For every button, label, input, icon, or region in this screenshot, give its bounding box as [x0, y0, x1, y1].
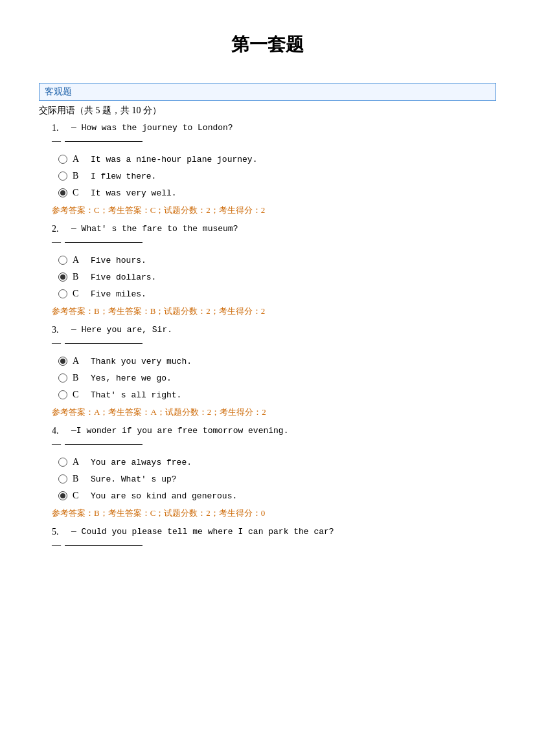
option-label-2-A: A [73, 255, 85, 265]
answer-blank-3[interactable] [65, 343, 142, 344]
answer-line-1: 参考答案：C；考生答案：C；试题分数：2；考生得分：2 [39, 205, 496, 216]
dash-line-5: — [39, 540, 496, 550]
question-number-1: 1. [52, 123, 71, 133]
radio-3-A[interactable] [58, 357, 67, 366]
dash-char-5: — [52, 540, 61, 550]
question-line-4: 4.—I wonder if you are free tomorrow eve… [39, 426, 496, 436]
dash-line-4: — [39, 439, 496, 449]
answer-line-4: 参考答案：B；考生答案：C；试题分数：2；考生得分：0 [39, 507, 496, 519]
question-block-5: 5.— Could you please tell me where I can… [39, 527, 496, 550]
question-number-3: 3. [52, 325, 71, 335]
question-block-2: 2.— What' s the fare to the museum?—AFiv… [39, 224, 496, 317]
option-label-4-C: C [73, 491, 85, 501]
option-row-4-C[interactable]: CYou are so kind and generous. [39, 488, 496, 504]
option-label-3-A: A [73, 356, 85, 366]
option-label-3-C: C [73, 390, 85, 400]
dash-char-1: — [52, 136, 61, 146]
option-label-3-B: B [73, 373, 85, 383]
dash-char-3: — [52, 338, 61, 348]
option-row-1-A[interactable]: AIt was a nine-hour plane journey. [39, 151, 496, 167]
option-text-2-A: Five hours. [91, 256, 146, 265]
option-label-1-A: A [73, 154, 85, 164]
radio-4-C[interactable] [58, 491, 67, 500]
radio-1-B[interactable] [58, 172, 67, 181]
option-text-3-B: Yes, here we go. [91, 373, 172, 383]
question-block-1: 1.— How was the journey to London?—AIt w… [39, 123, 496, 216]
option-label-4-A: A [73, 457, 85, 467]
question-line-3: 3.— Here you are, Sir. [39, 325, 496, 335]
section-subtitle: 交际用语（共 5 题，共 10 分） [39, 105, 496, 117]
option-row-3-B[interactable]: BYes, here we go. [39, 370, 496, 386]
questions-container: 1.— How was the journey to London?—AIt w… [39, 123, 496, 550]
option-text-1-A: It was a nine-hour plane journey. [91, 155, 257, 164]
option-row-1-C[interactable]: CIt was very well. [39, 185, 496, 201]
section-header: 客观题 [39, 83, 496, 101]
option-label-2-B: B [73, 272, 85, 282]
dash-char-2: — [52, 237, 61, 247]
question-number-4: 4. [52, 426, 71, 436]
question-line-5: 5.— Could you please tell me where I can… [39, 527, 496, 537]
radio-1-A[interactable] [58, 155, 67, 164]
question-text-4: —I wonder if you are free tomorrow eveni… [71, 426, 496, 436]
question-number-5: 5. [52, 527, 71, 537]
radio-1-C[interactable] [58, 188, 67, 197]
option-text-1-B: I flew there. [91, 172, 156, 181]
option-text-3-C: That' s all right. [91, 390, 181, 400]
option-label-4-B: B [73, 474, 85, 484]
question-text-5: — Could you please tell me where I can p… [71, 527, 496, 537]
option-row-3-C[interactable]: CThat' s all right. [39, 387, 496, 403]
question-number-2: 2. [52, 224, 71, 234]
option-row-4-A[interactable]: AYou are always free. [39, 454, 496, 470]
answer-blank-2[interactable] [65, 242, 142, 243]
question-text-3: — Here you are, Sir. [71, 325, 496, 335]
radio-3-B[interactable] [58, 373, 67, 383]
answer-blank-5[interactable] [65, 545, 142, 546]
radio-2-A[interactable] [58, 256, 67, 265]
option-text-3-A: Thank you very much. [91, 357, 192, 366]
answer-line-2: 参考答案：B；考生答案：B；试题分数：2；考生得分：2 [39, 306, 496, 317]
dash-char-4: — [52, 439, 61, 449]
option-text-1-C: It was very well. [91, 188, 177, 198]
question-line-1: 1.— How was the journey to London? [39, 123, 496, 133]
dash-line-1: — [39, 136, 496, 146]
radio-4-A[interactable] [58, 458, 67, 467]
page-title: 第一套题 [39, 32, 496, 57]
answer-line-3: 参考答案：A；考生答案：A；试题分数：2；考生得分：2 [39, 406, 496, 418]
question-block-4: 4.—I wonder if you are free tomorrow eve… [39, 426, 496, 519]
radio-3-C[interactable] [58, 390, 67, 399]
option-text-4-B: Sure. What' s up? [91, 474, 177, 484]
radio-2-C[interactable] [58, 289, 67, 298]
question-block-3: 3.— Here you are, Sir.—AThank you very m… [39, 325, 496, 418]
option-text-4-C: You are so kind and generous. [91, 491, 237, 501]
answer-blank-1[interactable] [65, 141, 142, 142]
radio-2-B[interactable] [58, 272, 67, 282]
radio-4-B[interactable] [58, 474, 67, 484]
option-label-1-C: C [73, 188, 85, 198]
option-row-2-A[interactable]: AFive hours. [39, 252, 496, 268]
option-label-2-C: C [73, 289, 85, 299]
option-text-2-B: Five dollars. [91, 272, 156, 282]
answer-blank-4[interactable] [65, 444, 142, 445]
question-text-2: — What' s the fare to the museum? [71, 224, 496, 234]
question-text-1: — How was the journey to London? [71, 123, 496, 133]
option-text-4-A: You are always free. [91, 458, 192, 467]
option-row-2-B[interactable]: BFive dollars. [39, 269, 496, 285]
option-row-1-B[interactable]: BI flew there. [39, 168, 496, 184]
option-row-4-B[interactable]: BSure. What' s up? [39, 471, 496, 487]
question-line-2: 2.— What' s the fare to the museum? [39, 224, 496, 234]
dash-line-3: — [39, 338, 496, 348]
option-label-1-B: B [73, 171, 85, 181]
option-row-3-A[interactable]: AThank you very much. [39, 353, 496, 369]
option-text-2-C: Five miles. [91, 289, 146, 299]
option-row-2-C[interactable]: CFive miles. [39, 286, 496, 302]
dash-line-2: — [39, 237, 496, 247]
